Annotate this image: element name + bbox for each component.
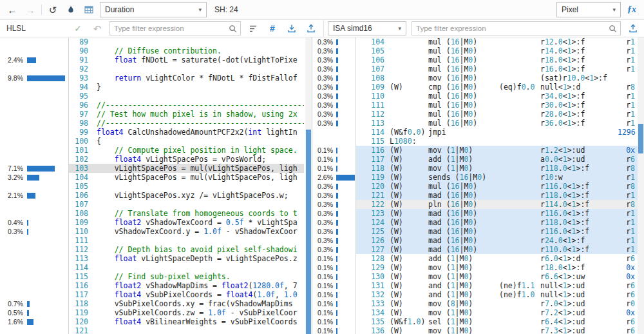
hlsl-line-body: 98//------------------------------------… (68, 119, 304, 128)
isa-exec-flag: (W) (390, 200, 428, 209)
isa-line-row[interactable]: 0.3%109(W)cmp (16|M0)(eq)f0.0null<1>:dr8 (312, 83, 638, 92)
hlsl-line-row[interactable]: 108 // Translate from homogeneous coords… (0, 209, 304, 218)
isa-line-row[interactable]: 0.3%121(W)mad (16|M0)r118.0<1>:fr1 (312, 191, 638, 200)
hlsl-line-row[interactable]: 116 float2 vShadowMapDims = float2(1280.… (0, 281, 304, 290)
hlsl-line-row[interactable]: 92 (0, 64, 304, 74)
hlsl-line-row[interactable]: 7.1%103 vLightSpacePos = mul(vLightSpace… (0, 164, 304, 173)
apply-button[interactable]: ✓ (71, 21, 85, 35)
isa-scrollbar-thumb[interactable] (638, 124, 643, 153)
hlsl-filter-input[interactable] (110, 25, 229, 32)
isa-line-row[interactable]: 0.1%116(W)mov (1|M0)r1.2<1>:ud0x (312, 146, 638, 155)
isa-line-row[interactable]: 0.3%106mul (16|M0)r18.0<1>:fr1 (312, 55, 638, 64)
isa-line-row[interactable]: 0.3%108mov (16|M0)(sat)r10.0<1>:f (312, 74, 638, 83)
hlsl-line-row[interactable]: 107 (0, 200, 304, 209)
isa-dst-operand: r114.0<1>:f (540, 200, 618, 209)
hlsl-line-row[interactable]: 0.5%119 vSubPixelCoords.zw = 1.0f - vSub… (0, 308, 304, 317)
hlsl-line-row[interactable]: 115 // Find sub-pixel weights. (0, 272, 304, 281)
hlsl-line-row[interactable]: 89 (0, 37, 304, 46)
isa-scrollbar[interactable] (638, 37, 644, 334)
hlsl-line-row[interactable]: 94} (0, 83, 304, 92)
duration-bar (336, 84, 338, 90)
hlsl-line-row[interactable]: 9.8%93 return vLightColor * fNDotL * fDi… (0, 74, 304, 83)
export-button[interactable] (626, 21, 640, 35)
isa-line-row[interactable]: 0.1%130(W)mov (1|M0)r6.6<1>:uw0x (312, 272, 638, 281)
hlsl-line-row[interactable]: 0.4%109 float2 vShadowTexCoord = 0.5f * … (0, 218, 304, 227)
isa-line-row[interactable]: 0.3%127(W)mad (16|M0)r110.0<1>:fr1 (312, 245, 638, 254)
isa-line-row[interactable]: 0.3%111mul (16|M0)r30.0<1>:fr1 (312, 101, 638, 110)
hlsl-line-row[interactable]: 112 // Depth bias to avoid pixel self-sh… (0, 245, 304, 254)
hotspots-button[interactable] (64, 3, 78, 17)
isa-dropdown[interactable]: ISA simd16 ▾ (328, 21, 406, 35)
isa-line-row[interactable]: 0.3%125(W)mad (16|M0)r116.0<1>:fr1 (312, 227, 638, 236)
hlsl-line-row[interactable]: 97// Test how much pixel is in shadow, u… (0, 110, 304, 119)
upload-button[interactable] (304, 21, 318, 35)
isa-condition: (ne)f1.0 (499, 290, 540, 299)
hlsl-line-row[interactable]: 2.4%91 float fNDotL = saturate(-dot(vLig… (0, 55, 304, 64)
revert-button[interactable]: ↶ (90, 21, 104, 35)
hlsl-duration-bar-cell (25, 191, 68, 200)
duration-bar (27, 57, 36, 63)
isa-line-row[interactable]: 0.3%113mul (16|M0)r36.0<1>:fr1 (312, 119, 638, 128)
hlsl-line-row[interactable]: 114 (0, 263, 304, 272)
hlsl-line-row[interactable]: 0.3%110 vShadowTexCoord.y = 1.0f - vShad… (0, 227, 304, 236)
isa-line-row[interactable]: 0.1%129(W)mov (1|M0)r18.0<1>:f0x (312, 263, 638, 272)
hlsl-line-row[interactable]: 101 // Compute pixel position in light s… (0, 146, 304, 155)
isa-line-row[interactable]: 0.3%110mul (16|M0)r34.0<1>:fr1 (312, 92, 638, 101)
isa-line-row[interactable]: 0.3%123(W)mad (16|M0)r116.0<1>:fr1 (312, 209, 638, 218)
isa-line-row[interactable]: 115L1080: (312, 137, 638, 146)
isa-line-row[interactable]: 0.3%107mul (16|M0)r16.0<1>:fr1 (312, 64, 638, 74)
fx-button[interactable]: ƒx (625, 3, 639, 17)
back-button[interactable]: ← (5, 3, 19, 17)
isa-filter-input[interactable] (412, 25, 609, 32)
isa-line-row[interactable]: 0.1%133(W)mov (8|M0)r7.0<1>:udr0 (312, 299, 638, 308)
download-button[interactable] (285, 21, 299, 35)
isa-duration-bar-cell (335, 317, 355, 326)
isa-line-duration: 0.3% (312, 200, 335, 209)
hlsl-line-row[interactable]: 99float4 CalcUnshadowedAmountPCF2x2(int … (0, 128, 304, 137)
isa-line-row[interactable]: 0.1%132(W)and (1|M0)(ne)f1.0null<1>:udr6 (312, 290, 638, 299)
metric-dropdown[interactable]: Duration ▾ (100, 2, 207, 17)
isa-line-row[interactable]: 0.1%128(W)add (1|M0)r6.0<1>:dr6 (312, 254, 638, 263)
hlsl-line-row[interactable]: 105 (0, 182, 304, 191)
hlsl-line-row[interactable]: 98//------------------------------------… (0, 119, 304, 128)
hlsl-line-row[interactable]: 121 (0, 326, 304, 334)
history-button[interactable]: ↺ (46, 3, 60, 17)
isa-duration-bar-cell (335, 146, 355, 155)
sort-hotspots-button[interactable] (246, 21, 260, 35)
isa-line-row[interactable]: 0.1%131(W)and (1|M0)(ne)f1.1null<1>:udr6 (312, 281, 638, 290)
line-numbers-button[interactable]: # (265, 21, 279, 35)
hlsl-line-row[interactable]: 117 float4 vSubPixelCoords = float4(1.0f… (0, 290, 304, 299)
isa-line-row[interactable]: 0.3%104mul (16|M0)r12.0<1>:fr1 (312, 37, 638, 46)
isa-line-row[interactable]: 0.1%118(W)mov (1|M0)r118.0<1>:fr8 (312, 164, 638, 173)
forward-button[interactable]: → (23, 3, 37, 17)
isa-line-row[interactable]: 114(W&f0.0)jmpi1296 (312, 128, 638, 137)
hlsl-line-row[interactable]: 113 float vLightSpaceDepth = vLightSpace… (0, 254, 304, 263)
isa-line-row[interactable]: 0.3%126(W)mad (16|M0)r24.0<1>:fr1 (312, 236, 638, 245)
isa-line-row[interactable]: 0.3%112mul (16|M0)r28.0<1>:fr1 (312, 110, 638, 119)
table-view-button[interactable] (82, 3, 96, 17)
isa-line-row[interactable]: 0.3%120(W)mul (16|M0)r116.0<1>:fr8 (312, 182, 638, 191)
hlsl-line-row[interactable]: 100{ (0, 137, 304, 146)
isa-duration-bar-cell (335, 46, 355, 55)
hlsl-line-row[interactable]: 111 (0, 236, 304, 245)
hlsl-line-row[interactable]: 90 // Diffuse contribution. (0, 46, 304, 55)
isa-line-row[interactable]: 0.1%136(W)mov (1|M0)r7.3<1>:udr6 (312, 326, 638, 334)
hlsl-line-row[interactable]: 96//------------------------------------… (0, 101, 304, 110)
hlsl-line-row[interactable]: 1.6%120 float4 vBilinearWeights = vSubPi… (0, 317, 304, 326)
hlsl-line-row[interactable]: 3.2%104 vLightSpacePos = mul(vLightSpace… (0, 173, 304, 182)
isa-line-row[interactable]: 0.1%117(W)add (1|M0)a0.0<1>:udr6 (312, 155, 638, 164)
isa-line-body: 109(W)cmp (16|M0)(eq)f0.0null<1>:dr8 (355, 83, 638, 92)
hlsl-scrollbar[interactable] (305, 37, 312, 334)
hlsl-scrollbar-thumb[interactable] (306, 130, 311, 334)
isa-line-row[interactable]: 0.1%135(W&f1.0)sel (1|M0)r6.4<1>:udr6 (312, 317, 638, 326)
stage-dropdown[interactable]: Pixel ▾ (556, 2, 621, 17)
hlsl-line-row[interactable]: 2.1%106 vLightSpacePos.xyz /= vLightSpac… (0, 191, 304, 200)
isa-line-row[interactable]: 0.3%124(W)mad (16|M0)r118.0<1>:fr1 (312, 218, 638, 227)
isa-line-row[interactable]: 0.3%122(W)pln (16|M0)r114.0<1>:fr8 (312, 200, 638, 209)
isa-line-row[interactable]: 0.3%105mul (16|M0)r14.0<1>:fr1 (312, 46, 638, 55)
hlsl-line-row[interactable]: 95 (0, 92, 304, 101)
isa-line-row[interactable]: 0.1%134(W)mov (1|M0)r7.2<1>:ud0x (312, 308, 638, 317)
hlsl-line-row[interactable]: 102 float4 vLightSpacePos = vPosWorld; (0, 155, 304, 164)
hlsl-line-row[interactable]: 0.7%118 vSubPixelCoords.xy = frac(vShado… (0, 299, 304, 308)
isa-line-row[interactable]: 2.6%119(W)sends (16|M0)r10:wr1 (312, 173, 638, 182)
